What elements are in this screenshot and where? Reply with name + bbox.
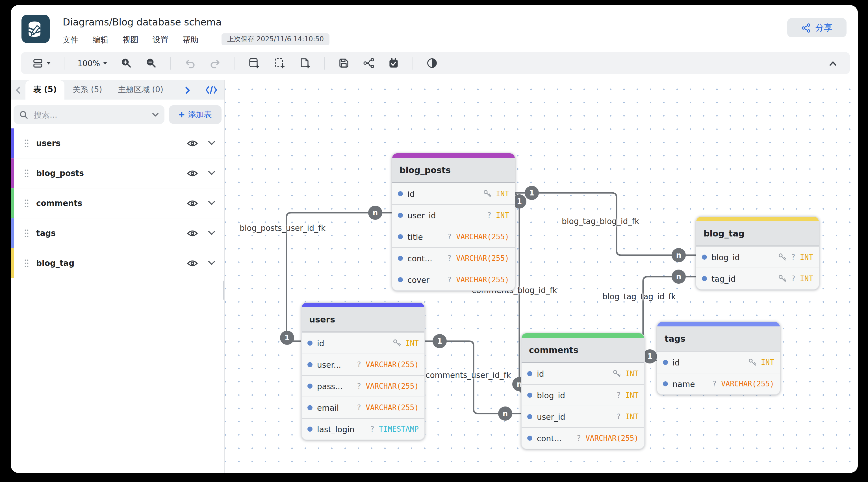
menu-bar: 文件编辑视图设置帮助 <box>63 35 198 45</box>
menu-item[interactable]: 文件 <box>63 35 79 45</box>
drag-handle[interactable] <box>24 259 29 267</box>
table-color-strip <box>696 217 819 221</box>
visibility-eye-icon[interactable] <box>187 139 198 147</box>
tabs-container: 表 (5)关系 (5)主题区域 (0) <box>25 80 171 100</box>
diagram-table-tags[interactable]: tagsidINTname?VARCHAR(255) <box>657 321 780 395</box>
chevron-down-icon[interactable] <box>208 141 215 145</box>
drag-handle[interactable] <box>24 169 29 177</box>
menu-item[interactable]: 编辑 <box>93 35 108 45</box>
table-field-row[interactable]: cover?VARCHAR(255) <box>392 269 515 290</box>
table-field-row[interactable]: idINT <box>392 183 515 204</box>
table-field-row[interactable]: user_id?INT <box>522 406 644 427</box>
search-input[interactable] <box>33 110 148 120</box>
zoom-out-button[interactable] <box>143 55 159 71</box>
chevron-down-icon[interactable] <box>208 261 215 265</box>
relationship-label: blog_tag_blog_id_fk <box>562 217 639 226</box>
cardinality-label: 1 <box>437 337 442 345</box>
drag-handle[interactable] <box>24 229 29 237</box>
zoom-in-icon <box>120 57 132 69</box>
tab-subject-areas[interactable]: 主题区域 (0) <box>110 80 171 100</box>
table-color-strip <box>392 153 515 158</box>
table-field-row[interactable]: title?VARCHAR(255) <box>392 226 515 247</box>
table-field-row[interactable]: tag_id?INT <box>696 267 819 289</box>
visibility-eye-icon[interactable] <box>187 199 198 207</box>
menu-item[interactable]: 帮助 <box>183 35 198 45</box>
table-field-row[interactable]: last_login?TIMESTAMP <box>302 418 424 440</box>
tabs-scroll-right-button[interactable] <box>180 86 195 94</box>
tabs-scroll-left-button[interactable] <box>11 86 25 94</box>
diagram-table-blog_tag[interactable]: blog_tagblog_id?INTtag_id?INT <box>695 216 819 290</box>
chevron-down-icon[interactable] <box>152 112 159 117</box>
table-field-row[interactable]: cont...?VARCHAR(255) <box>522 427 644 449</box>
field-dot-icon <box>398 191 403 196</box>
field-type: VARCHAR(255) <box>456 232 509 241</box>
table-color-bar <box>11 218 14 248</box>
drag-handle[interactable] <box>24 199 29 207</box>
code-view-button[interactable] <box>201 85 224 94</box>
sidebar-table-row[interactable]: blog_tag <box>11 248 224 278</box>
zoom-level-dropdown[interactable]: 100% <box>75 57 110 69</box>
sidebar-table-row[interactable]: comments <box>11 189 224 218</box>
visibility-eye-icon[interactable] <box>187 259 198 267</box>
field-type: VARCHAR(255) <box>721 379 774 388</box>
add-note-tool[interactable] <box>297 55 314 71</box>
undo-button[interactable] <box>181 56 198 70</box>
share-button[interactable]: 分享 <box>787 18 846 37</box>
diagram-table-users[interactable]: usersidINTuser...?VARCHAR(255)pass...?VA… <box>301 302 425 440</box>
menu-item[interactable]: 视图 <box>123 35 138 45</box>
tab-relationships[interactable]: 关系 (5) <box>65 80 110 100</box>
zoom-in-button[interactable] <box>118 55 134 71</box>
nullable-mark: ? <box>447 232 452 241</box>
table-field-row[interactable]: idINT <box>522 363 644 384</box>
table-field-row[interactable]: user_id?INT <box>392 204 515 226</box>
diagram-table-blog_posts[interactable]: blog_postsidINTuser_id?INTtitle?VARCHAR(… <box>392 153 516 291</box>
table-color-strip <box>657 322 780 327</box>
tab-tables[interactable]: 表 (5) <box>25 80 65 100</box>
collapse-toolbar-button[interactable] <box>825 57 841 69</box>
field-name: user_id <box>537 412 565 421</box>
sidebar-table-row[interactable]: users <box>11 129 224 159</box>
table-field-row[interactable]: pass...?VARCHAR(255) <box>302 375 424 397</box>
table-field-row[interactable]: idINT <box>657 351 780 373</box>
field-name: user... <box>317 360 341 369</box>
add-table-tool[interactable] <box>246 55 263 71</box>
redo-button[interactable] <box>207 56 224 70</box>
nullable-mark: ? <box>577 434 581 443</box>
drag-handle[interactable] <box>24 139 29 147</box>
table-field-row[interactable]: blog_id?INT <box>696 246 819 267</box>
diagram-canvas[interactable]: 1n1n1n1n1n blog_posts_user_id_fkblog_tag… <box>225 80 858 473</box>
relationships-icon <box>363 57 375 69</box>
nullable-mark: ? <box>447 254 452 262</box>
chevron-down-icon[interactable] <box>208 231 215 235</box>
theme-toggle[interactable] <box>424 55 440 71</box>
search-box[interactable] <box>13 105 164 124</box>
chevron-down-icon[interactable] <box>208 171 215 175</box>
sidebar-table-row[interactable]: blog_posts <box>11 159 224 189</box>
todo-button[interactable] <box>385 55 402 71</box>
layout-menu-button[interactable] <box>30 56 53 70</box>
relationship-label: blog_posts_user_id_fk <box>240 224 326 232</box>
field-name: name <box>673 379 695 388</box>
drag-handle-icon <box>24 169 29 177</box>
chevron-down-icon[interactable] <box>208 201 215 205</box>
main-area: 表 (5)关系 (5)主题区域 (0) <box>11 80 858 473</box>
table-field-row[interactable]: blog_id?INT <box>522 384 644 406</box>
field-name: blog_id <box>711 253 740 262</box>
diagram-table-comments[interactable]: commentsidINTblog_id?INTuser_id?INTcont.… <box>521 333 645 449</box>
table-field-row[interactable]: idINT <box>302 332 424 353</box>
table-title: blog_posts <box>392 158 515 183</box>
table-color-bar <box>11 189 14 218</box>
table-field-row[interactable]: cont...?VARCHAR(255) <box>392 247 515 269</box>
table-field-row[interactable]: email?VARCHAR(255) <box>302 397 424 418</box>
save-button[interactable] <box>336 55 352 71</box>
table-field-row[interactable]: user...?VARCHAR(255) <box>302 353 424 375</box>
field-name: blog_id <box>537 391 565 400</box>
sidebar-table-row[interactable]: tags <box>11 218 224 248</box>
visibility-eye-icon[interactable] <box>187 169 198 177</box>
add-area-tool[interactable] <box>271 55 288 71</box>
menu-item[interactable]: 设置 <box>153 35 168 45</box>
visibility-eye-icon[interactable] <box>187 229 198 237</box>
add-table-button[interactable]: + 添加表 <box>169 105 221 124</box>
relationships-button[interactable] <box>361 55 377 71</box>
table-field-row[interactable]: name?VARCHAR(255) <box>657 373 780 394</box>
